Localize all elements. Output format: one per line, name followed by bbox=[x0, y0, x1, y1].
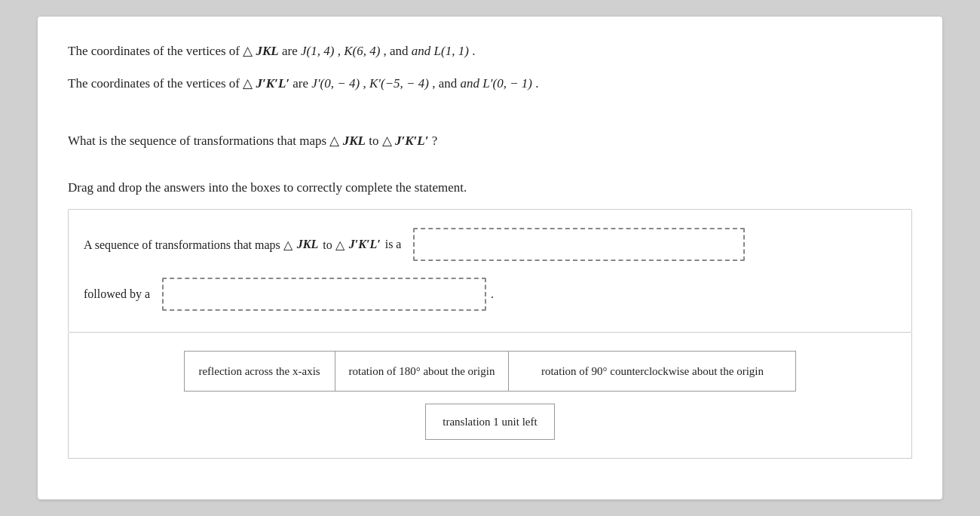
problem1-comma1: , bbox=[334, 44, 344, 58]
problem2-period: . bbox=[532, 76, 539, 91]
problem2-j: J′(0, − 4) bbox=[311, 76, 360, 91]
problem2-prefix: The coordinates of the vertices of △ bbox=[68, 76, 256, 91]
problem1-middle: are bbox=[279, 44, 301, 58]
stmt-line1-middle: to △ bbox=[323, 238, 344, 252]
problem1-period: . bbox=[469, 44, 476, 58]
problem2-l: and L′(0, − 1) bbox=[461, 76, 532, 91]
problem2-k: K′(−5, − 4) bbox=[369, 76, 429, 91]
problem1-comma2: , and bbox=[380, 44, 412, 58]
problem-line-2: The coordinates of the vertices of △ J′K… bbox=[68, 73, 912, 94]
statement-box: A sequence of transformations that maps … bbox=[68, 209, 912, 333]
drop-box-1[interactable] bbox=[413, 228, 745, 261]
drag-instruction: Drag and drop the answers into the boxes… bbox=[68, 180, 912, 195]
question-prefix: What is the sequence of transformations … bbox=[68, 134, 343, 148]
problem2-middle: are bbox=[289, 76, 311, 91]
stmt-line2-prefix: followed by a bbox=[84, 287, 150, 301]
answer-rotation-90[interactable]: rotation of 90° counterclockwise about t… bbox=[509, 352, 795, 391]
answer-translation-label: translation 1 unit left bbox=[443, 416, 537, 428]
problem1-prefix: The coordinates of the vertices of △ bbox=[68, 44, 256, 58]
answer-group-row1: reflection across the x-axis rotation of… bbox=[184, 351, 797, 392]
problem1-k: K(6, 4) bbox=[344, 44, 380, 58]
answer-translation[interactable]: translation 1 unit left bbox=[425, 404, 554, 440]
answer-rotation-90-label: rotation of 90° counterclockwise about t… bbox=[541, 365, 764, 378]
answer-rotation-180[interactable]: rotation of 180° about the origin bbox=[335, 352, 510, 391]
problem-line-1: The coordinates of the vertices of △ JKL… bbox=[68, 41, 912, 61]
question-section: What is the sequence of transformations … bbox=[68, 133, 912, 149]
statement-line-1: A sequence of transformations that maps … bbox=[84, 228, 896, 261]
problem1-j: J(1, 4) bbox=[301, 44, 334, 58]
problem2-comma1: , bbox=[360, 76, 369, 91]
problem1-triangle: JKL bbox=[256, 44, 279, 58]
stmt-line1-suffix: is a bbox=[385, 238, 402, 251]
drop-box-2[interactable] bbox=[162, 278, 486, 311]
problem1-l: and L(1, 1) bbox=[412, 44, 469, 58]
question-middle: to △ bbox=[366, 134, 395, 148]
stmt-line1-prefix: A sequence of transformations that maps … bbox=[84, 238, 292, 252]
main-card: The coordinates of the vertices of △ JKL… bbox=[38, 17, 942, 499]
stmt-period: . bbox=[491, 287, 494, 301]
answer-reflection-label: reflection across the x-axis bbox=[198, 365, 320, 378]
statement-line-2: followed by a . bbox=[84, 278, 896, 311]
problem2-triangle: J′K′L′ bbox=[256, 76, 290, 91]
answer-reflection[interactable]: reflection across the x-axis bbox=[185, 352, 335, 391]
answer-rotation-180-label: rotation of 180° about the origin bbox=[349, 365, 495, 378]
answers-area: reflection across the x-axis rotation of… bbox=[68, 333, 912, 459]
problem2-comma2: , and bbox=[429, 76, 461, 91]
question-suffix: ? bbox=[429, 134, 438, 148]
